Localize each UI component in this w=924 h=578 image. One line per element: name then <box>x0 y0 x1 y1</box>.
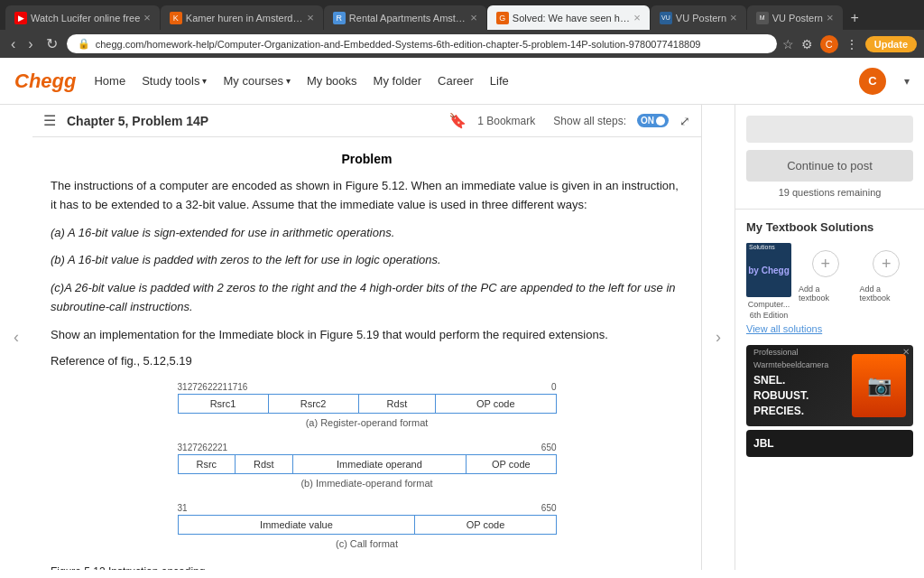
forward-button[interactable]: › <box>24 34 36 54</box>
bosch-camera-img: 📷 <box>852 354 906 417</box>
problem-text-2: (a) A 16-bit value is sign-extended for … <box>51 224 683 243</box>
format-label-a: (a) Register-operand format <box>178 417 557 428</box>
tab-title-5: VU Postern <box>676 13 726 23</box>
chegg-nav: Chegg Home Study tools ▾ My courses ▾ My… <box>0 58 924 105</box>
next-solution-button[interactable]: › <box>702 105 735 570</box>
problem-em-3: (b) A 16-bit value is padded with zeros … <box>51 253 441 266</box>
bosch-slogan1: SNEL. <box>753 374 785 387</box>
add-textbook-label-1: Add a textbook <box>799 284 853 303</box>
tab-favicon-4: G <box>496 12 509 24</box>
bosch-ad: ✕ BOSCH Professional Warmtebeeldcamera S… <box>746 345 913 426</box>
toggle-label: ON <box>641 116 654 126</box>
jbl-logo: JBL <box>753 437 774 450</box>
tab-close-4[interactable]: × <box>633 11 641 24</box>
call-format-table: Immediate value OP code <box>178 515 557 535</box>
problem-em-4: (c)A 26-bit value is padded with 2 zeros… <box>51 281 676 313</box>
camera-icon: 📷 <box>867 374 892 397</box>
tab-favicon-2: K <box>170 12 182 24</box>
update-button[interactable]: Update <box>865 36 917 52</box>
tab-title-3: Rental Apartments Amster... <box>349 13 467 23</box>
bookmark-count[interactable]: 1 Bookmark <box>477 115 535 127</box>
tab-bar: ▶ Watch Lucifer online free × K Kamer hu… <box>0 0 924 30</box>
nav-link-books[interactable]: My books <box>307 74 357 88</box>
problem-text-5: Show an implementation for the Immediate… <box>51 326 683 345</box>
nav-links: Home Study tools ▾ My courses ▾ My books… <box>94 74 841 88</box>
bosch-tagline2: Warmtebeeldcamera <box>753 360 828 369</box>
problem-text-1: The instructions of a computer are encod… <box>51 177 683 215</box>
nav-link-folder[interactable]: My folder <box>374 74 421 88</box>
tab-title-6: VU Postern <box>772 13 823 23</box>
problem-text-4: (c)A 26-bit value is padded with 2 zeros… <box>51 279 683 317</box>
ad-close-icon[interactable]: ✕ <box>902 347 910 357</box>
tab-favicon-3: R <box>333 12 346 24</box>
tab-4[interactable]: G Solved: We have seen how... × <box>487 5 650 30</box>
imm-value-cell: Immediate value <box>178 515 415 534</box>
back-button[interactable]: ‹ <box>7 34 19 54</box>
add-textbook-1[interactable]: + Add a textbook <box>799 243 853 303</box>
tab-1[interactable]: ▶ Watch Lucifer online free × <box>5 5 160 30</box>
diagram-reg-operand: 312726222117160 Rsrc1 Rsrc2 Rdst OP code… <box>178 382 557 428</box>
list-view-icon[interactable]: ☰ <box>43 112 56 129</box>
menu-icon[interactable]: ⋮ <box>845 37 858 51</box>
new-tab-button[interactable]: + <box>844 6 866 30</box>
rdst-cell: Rdst <box>358 394 435 413</box>
questions-remaining: 19 questions remaining <box>746 187 913 198</box>
textbook-card: Solutions by Chegg Computer... 6th Editi… <box>746 243 791 320</box>
add-textbook-icon-1: + <box>812 250 839 277</box>
nav-link-study-tools-label: Study tools <box>142 74 199 88</box>
extension-icon[interactable]: ⚙ <box>801 37 813 51</box>
nav-link-home[interactable]: Home <box>94 74 125 88</box>
solutions-badge: Solutions <box>746 243 778 251</box>
opcode-cell-c: OP code <box>415 515 556 534</box>
chegg-logo[interactable]: Chegg <box>14 70 76 93</box>
tab-5[interactable]: VU VU Postern × <box>651 5 746 30</box>
user-chevron-icon[interactable]: ▾ <box>904 75 910 88</box>
tab-close-1[interactable]: × <box>143 11 151 24</box>
problem-text-3: (b) A 16-bit value is padded with zeros … <box>51 251 683 270</box>
add-textbook-2[interactable]: + Add a textbook <box>860 243 914 303</box>
tab-3[interactable]: R Rental Apartments Amster... × <box>324 5 486 30</box>
tab-close-5[interactable]: × <box>730 11 737 24</box>
rdst-cell-b: Rdst <box>236 454 293 473</box>
opcode-cell-a: OP code <box>436 394 556 413</box>
nav-link-courses-label: My courses <box>223 74 282 88</box>
address-bar-row: ‹ › ↻ 🔒 chegg.com/homework-help/Computer… <box>0 30 924 58</box>
solution-header: ☰ Chapter 5, Problem 14P 🔖 1 Bookmark Sh… <box>32 105 701 137</box>
address-bar[interactable]: 🔒 chegg.com/homework-help/Computer-Organ… <box>67 34 777 53</box>
star-icon[interactable]: ☆ <box>782 37 794 51</box>
tab-close-2[interactable]: × <box>307 11 314 24</box>
nav-link-study-tools[interactable]: Study tools ▾ <box>142 74 207 88</box>
tab-close-3[interactable]: × <box>470 11 477 24</box>
show-steps-toggle[interactable]: ON <box>637 114 669 127</box>
bit-numbers-c: 31650 <box>178 503 557 513</box>
prev-solution-button[interactable]: ‹ <box>0 105 32 570</box>
reference-text: Reference of fig., 5.12,5.19 <box>51 354 683 368</box>
page: Chegg Home Study tools ▾ My courses ▾ My… <box>0 58 924 570</box>
nav-link-career-label: Career <box>438 74 474 88</box>
nav-link-career[interactable]: Career <box>438 74 474 88</box>
tab-close-6[interactable]: × <box>827 11 834 24</box>
nav-link-folder-label: My folder <box>374 74 421 88</box>
textbook-img[interactable]: Solutions by Chegg <box>746 243 791 297</box>
problem-em-2: (a) A 16-bit value is sign-extended for … <box>51 226 394 239</box>
tab-2[interactable]: K Kamer huren in Amsterdam × <box>161 5 323 30</box>
content-area: ‹ ☰ Chapter 5, Problem 14P 🔖 1 Bookmark … <box>0 105 924 570</box>
diagram-imm-operand: 3127262221650 Rsrc Rdst Immediate operan… <box>178 443 557 489</box>
add-textbook-icon-2: + <box>873 250 900 277</box>
textbook-img-inner: by Chegg <box>748 266 790 275</box>
rsrc1-cell: Rsrc1 <box>178 394 268 413</box>
view-all-solutions-link[interactable]: View all solutions <box>746 323 913 334</box>
nav-link-courses[interactable]: My courses ▾ <box>223 74 290 88</box>
nav-link-life[interactable]: Life <box>490 74 509 88</box>
chapter-title: Chapter 5, Problem 14P <box>67 114 438 128</box>
bookmark-outline-icon[interactable]: 🔖 <box>448 112 467 129</box>
right-top: Continue to post 19 questions remaining <box>735 105 924 210</box>
refresh-button[interactable]: ↻ <box>42 33 61 54</box>
tab-title-4: Solved: We have seen how... <box>513 13 630 23</box>
user-avatar[interactable]: C <box>859 68 886 95</box>
continue-to-post-button[interactable]: Continue to post <box>746 150 913 182</box>
format-label-b: (b) Immediate-operand format <box>178 478 557 489</box>
profile-icon[interactable]: C <box>820 35 838 53</box>
tab-6[interactable]: M VU Postern × <box>747 5 843 30</box>
expand-icon[interactable]: ⤢ <box>679 114 690 128</box>
